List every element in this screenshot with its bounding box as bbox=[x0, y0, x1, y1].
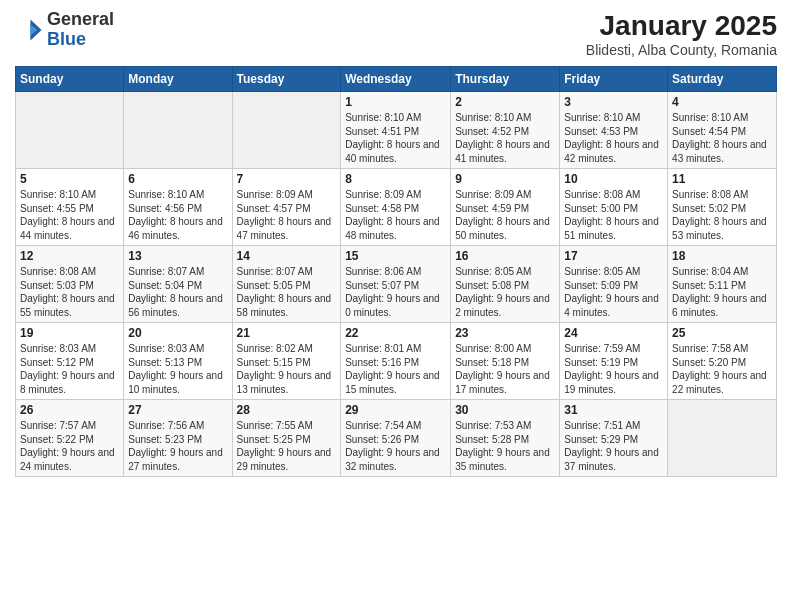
day-info: Sunrise: 8:07 AM Sunset: 5:05 PM Dayligh… bbox=[237, 265, 337, 319]
calendar-cell: 11Sunrise: 8:08 AM Sunset: 5:02 PM Dayli… bbox=[668, 169, 777, 246]
day-number: 10 bbox=[564, 172, 663, 186]
calendar-header-row: SundayMondayTuesdayWednesdayThursdayFrid… bbox=[16, 67, 777, 92]
day-number: 20 bbox=[128, 326, 227, 340]
calendar-cell: 20Sunrise: 8:03 AM Sunset: 5:13 PM Dayli… bbox=[124, 323, 232, 400]
logo-text: General Blue bbox=[47, 10, 114, 50]
calendar-cell: 8Sunrise: 8:09 AM Sunset: 4:58 PM Daylig… bbox=[341, 169, 451, 246]
day-info: Sunrise: 8:10 AM Sunset: 4:55 PM Dayligh… bbox=[20, 188, 119, 242]
day-info: Sunrise: 8:07 AM Sunset: 5:04 PM Dayligh… bbox=[128, 265, 227, 319]
calendar-week-row: 1Sunrise: 8:10 AM Sunset: 4:51 PM Daylig… bbox=[16, 92, 777, 169]
calendar-cell: 28Sunrise: 7:55 AM Sunset: 5:25 PM Dayli… bbox=[232, 400, 341, 477]
calendar-cell: 22Sunrise: 8:01 AM Sunset: 5:16 PM Dayli… bbox=[341, 323, 451, 400]
day-info: Sunrise: 8:09 AM Sunset: 4:59 PM Dayligh… bbox=[455, 188, 555, 242]
day-info: Sunrise: 8:10 AM Sunset: 4:53 PM Dayligh… bbox=[564, 111, 663, 165]
day-number: 31 bbox=[564, 403, 663, 417]
calendar-cell: 26Sunrise: 7:57 AM Sunset: 5:22 PM Dayli… bbox=[16, 400, 124, 477]
header: General Blue January 2025 Blidesti, Alba… bbox=[15, 10, 777, 58]
calendar-week-row: 26Sunrise: 7:57 AM Sunset: 5:22 PM Dayli… bbox=[16, 400, 777, 477]
day-number: 12 bbox=[20, 249, 119, 263]
page: General Blue January 2025 Blidesti, Alba… bbox=[0, 0, 792, 612]
calendar-cell: 27Sunrise: 7:56 AM Sunset: 5:23 PM Dayli… bbox=[124, 400, 232, 477]
day-number: 23 bbox=[455, 326, 555, 340]
calendar-cell bbox=[16, 92, 124, 169]
day-info: Sunrise: 8:10 AM Sunset: 4:51 PM Dayligh… bbox=[345, 111, 446, 165]
calendar-cell: 23Sunrise: 8:00 AM Sunset: 5:18 PM Dayli… bbox=[451, 323, 560, 400]
day-number: 14 bbox=[237, 249, 337, 263]
day-info: Sunrise: 7:58 AM Sunset: 5:20 PM Dayligh… bbox=[672, 342, 772, 396]
calendar-cell bbox=[232, 92, 341, 169]
day-info: Sunrise: 8:10 AM Sunset: 4:56 PM Dayligh… bbox=[128, 188, 227, 242]
logo-blue: Blue bbox=[47, 29, 86, 49]
day-of-week-header: Tuesday bbox=[232, 67, 341, 92]
day-info: Sunrise: 8:05 AM Sunset: 5:08 PM Dayligh… bbox=[455, 265, 555, 319]
calendar-week-row: 12Sunrise: 8:08 AM Sunset: 5:03 PM Dayli… bbox=[16, 246, 777, 323]
day-number: 4 bbox=[672, 95, 772, 109]
calendar-cell: 16Sunrise: 8:05 AM Sunset: 5:08 PM Dayli… bbox=[451, 246, 560, 323]
calendar-cell: 29Sunrise: 7:54 AM Sunset: 5:26 PM Dayli… bbox=[341, 400, 451, 477]
calendar-cell: 1Sunrise: 8:10 AM Sunset: 4:51 PM Daylig… bbox=[341, 92, 451, 169]
day-number: 7 bbox=[237, 172, 337, 186]
calendar-title: January 2025 bbox=[586, 10, 777, 42]
day-number: 27 bbox=[128, 403, 227, 417]
day-number: 25 bbox=[672, 326, 772, 340]
calendar-cell: 12Sunrise: 8:08 AM Sunset: 5:03 PM Dayli… bbox=[16, 246, 124, 323]
day-info: Sunrise: 8:03 AM Sunset: 5:12 PM Dayligh… bbox=[20, 342, 119, 396]
day-of-week-header: Monday bbox=[124, 67, 232, 92]
calendar-cell: 13Sunrise: 8:07 AM Sunset: 5:04 PM Dayli… bbox=[124, 246, 232, 323]
calendar-cell bbox=[124, 92, 232, 169]
logo-general: General bbox=[47, 9, 114, 29]
day-info: Sunrise: 8:05 AM Sunset: 5:09 PM Dayligh… bbox=[564, 265, 663, 319]
day-info: Sunrise: 8:06 AM Sunset: 5:07 PM Dayligh… bbox=[345, 265, 446, 319]
day-number: 16 bbox=[455, 249, 555, 263]
day-info: Sunrise: 7:59 AM Sunset: 5:19 PM Dayligh… bbox=[564, 342, 663, 396]
calendar-cell: 2Sunrise: 8:10 AM Sunset: 4:52 PM Daylig… bbox=[451, 92, 560, 169]
day-number: 1 bbox=[345, 95, 446, 109]
calendar-cell bbox=[668, 400, 777, 477]
day-info: Sunrise: 8:08 AM Sunset: 5:00 PM Dayligh… bbox=[564, 188, 663, 242]
day-number: 17 bbox=[564, 249, 663, 263]
day-info: Sunrise: 8:00 AM Sunset: 5:18 PM Dayligh… bbox=[455, 342, 555, 396]
calendar-week-row: 19Sunrise: 8:03 AM Sunset: 5:12 PM Dayli… bbox=[16, 323, 777, 400]
calendar-cell: 10Sunrise: 8:08 AM Sunset: 5:00 PM Dayli… bbox=[560, 169, 668, 246]
calendar-cell: 3Sunrise: 8:10 AM Sunset: 4:53 PM Daylig… bbox=[560, 92, 668, 169]
day-number: 30 bbox=[455, 403, 555, 417]
day-number: 21 bbox=[237, 326, 337, 340]
title-block: January 2025 Blidesti, Alba County, Roma… bbox=[586, 10, 777, 58]
day-number: 24 bbox=[564, 326, 663, 340]
day-info: Sunrise: 7:55 AM Sunset: 5:25 PM Dayligh… bbox=[237, 419, 337, 473]
calendar-cell: 21Sunrise: 8:02 AM Sunset: 5:15 PM Dayli… bbox=[232, 323, 341, 400]
day-number: 13 bbox=[128, 249, 227, 263]
calendar-cell: 18Sunrise: 8:04 AM Sunset: 5:11 PM Dayli… bbox=[668, 246, 777, 323]
day-info: Sunrise: 8:01 AM Sunset: 5:16 PM Dayligh… bbox=[345, 342, 446, 396]
calendar-table: SundayMondayTuesdayWednesdayThursdayFrid… bbox=[15, 66, 777, 477]
day-number: 19 bbox=[20, 326, 119, 340]
day-info: Sunrise: 8:08 AM Sunset: 5:02 PM Dayligh… bbox=[672, 188, 772, 242]
calendar-cell: 9Sunrise: 8:09 AM Sunset: 4:59 PM Daylig… bbox=[451, 169, 560, 246]
day-info: Sunrise: 8:09 AM Sunset: 4:57 PM Dayligh… bbox=[237, 188, 337, 242]
day-of-week-header: Friday bbox=[560, 67, 668, 92]
calendar-cell: 30Sunrise: 7:53 AM Sunset: 5:28 PM Dayli… bbox=[451, 400, 560, 477]
day-number: 18 bbox=[672, 249, 772, 263]
calendar-cell: 14Sunrise: 8:07 AM Sunset: 5:05 PM Dayli… bbox=[232, 246, 341, 323]
day-number: 22 bbox=[345, 326, 446, 340]
day-info: Sunrise: 8:10 AM Sunset: 4:52 PM Dayligh… bbox=[455, 111, 555, 165]
calendar-cell: 5Sunrise: 8:10 AM Sunset: 4:55 PM Daylig… bbox=[16, 169, 124, 246]
day-info: Sunrise: 7:53 AM Sunset: 5:28 PM Dayligh… bbox=[455, 419, 555, 473]
calendar-cell: 17Sunrise: 8:05 AM Sunset: 5:09 PM Dayli… bbox=[560, 246, 668, 323]
day-info: Sunrise: 7:57 AM Sunset: 5:22 PM Dayligh… bbox=[20, 419, 119, 473]
day-info: Sunrise: 8:10 AM Sunset: 4:54 PM Dayligh… bbox=[672, 111, 772, 165]
day-of-week-header: Wednesday bbox=[341, 67, 451, 92]
calendar-cell: 4Sunrise: 8:10 AM Sunset: 4:54 PM Daylig… bbox=[668, 92, 777, 169]
day-of-week-header: Thursday bbox=[451, 67, 560, 92]
day-info: Sunrise: 8:08 AM Sunset: 5:03 PM Dayligh… bbox=[20, 265, 119, 319]
day-number: 9 bbox=[455, 172, 555, 186]
calendar-cell: 31Sunrise: 7:51 AM Sunset: 5:29 PM Dayli… bbox=[560, 400, 668, 477]
calendar-cell: 25Sunrise: 7:58 AM Sunset: 5:20 PM Dayli… bbox=[668, 323, 777, 400]
day-info: Sunrise: 7:56 AM Sunset: 5:23 PM Dayligh… bbox=[128, 419, 227, 473]
calendar-week-row: 5Sunrise: 8:10 AM Sunset: 4:55 PM Daylig… bbox=[16, 169, 777, 246]
day-info: Sunrise: 7:51 AM Sunset: 5:29 PM Dayligh… bbox=[564, 419, 663, 473]
day-info: Sunrise: 8:02 AM Sunset: 5:15 PM Dayligh… bbox=[237, 342, 337, 396]
logo-icon bbox=[15, 16, 43, 44]
day-number: 5 bbox=[20, 172, 119, 186]
day-number: 6 bbox=[128, 172, 227, 186]
